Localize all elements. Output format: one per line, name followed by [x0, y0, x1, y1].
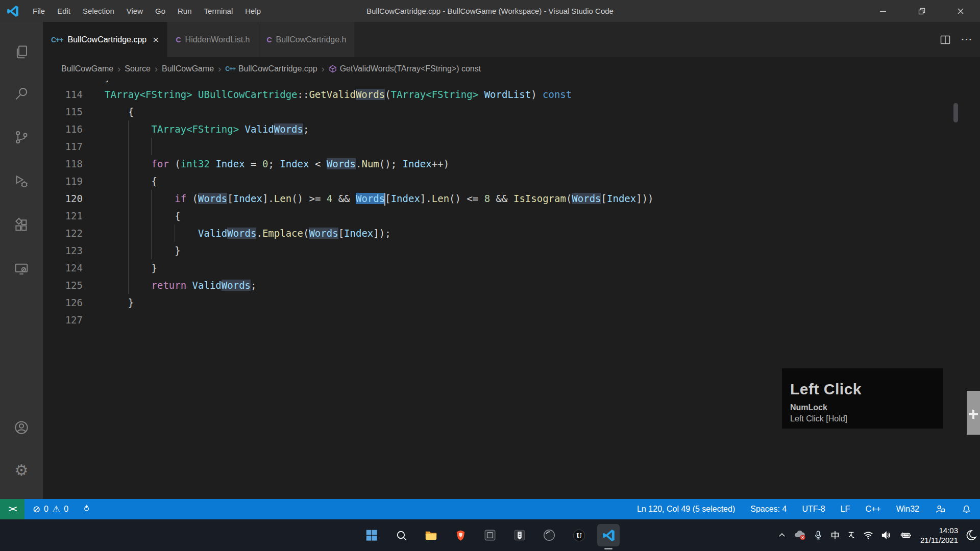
breadcrumb-label: Source: [125, 64, 151, 73]
word-occurrence-highlight: Words: [327, 158, 356, 169]
start-taskbar-icon[interactable]: [360, 524, 383, 546]
microphone-icon[interactable]: [813, 530, 823, 540]
flame-icon[interactable]: [82, 504, 92, 514]
code-text: }: [105, 242, 181, 259]
explorer-icon[interactable]: [0, 37, 43, 67]
account-icon[interactable]: [0, 413, 43, 442]
menu-help[interactable]: Help: [239, 0, 267, 22]
code-text: if (Words[Index].Len() >= 4 && Words[Ind…: [105, 190, 654, 207]
code-line-120[interactable]: 120 if (Words[Index].Len() >= 4 && Words…: [43, 190, 980, 207]
tab-bullcowcartridge.h[interactable]: CBullCowCartridge.h: [258, 22, 355, 57]
screenshot-app-taskbar-icon[interactable]: [479, 524, 501, 546]
code-line-126[interactable]: 126 }: [43, 294, 980, 311]
clock-date: 21/11/2021: [920, 535, 958, 545]
menu-selection[interactable]: Selection: [77, 0, 120, 22]
code-line-125[interactable]: 125 return ValidWords;: [43, 277, 980, 294]
ime-chinese-icon[interactable]: [830, 530, 840, 540]
settings-gear-icon[interactable]: ⚙: [0, 456, 43, 485]
code-text: for (int32 Index = 0; Index < Words.Num(…: [105, 155, 449, 172]
clock-time: 14:03: [920, 525, 958, 535]
taskbar-clock[interactable]: 14:0321/11/2021: [920, 525, 958, 545]
code-text: }: [105, 294, 134, 311]
line-number: 121: [43, 207, 83, 224]
code-line-114[interactable]: 114TArray<FString> UBullCowCartridge::Ge…: [43, 86, 980, 103]
menu-run[interactable]: Run: [172, 0, 198, 22]
indentation[interactable]: Spaces: 4: [750, 505, 787, 514]
code-text: }: [105, 259, 157, 277]
overlay-plus-handle[interactable]: [967, 391, 980, 435]
breadcrumb-item[interactable]: C++BullCowCartridge.cpp: [225, 64, 317, 73]
vscode-taskbar-icon[interactable]: [597, 524, 620, 546]
breadcrumb-label: BullCowCartridge.cpp: [238, 64, 317, 73]
unreal-engine-taskbar-icon[interactable]: U: [568, 524, 590, 546]
round-app-taskbar-icon[interactable]: [538, 524, 560, 546]
encoding[interactable]: UTF-8: [802, 505, 825, 514]
language-mode[interactable]: C++: [865, 505, 880, 514]
search-icon[interactable]: [0, 79, 43, 109]
moon-icon[interactable]: [965, 529, 977, 541]
keypress-line1: NumLock: [790, 403, 943, 412]
breadcrumb-item[interactable]: BullCowGame: [162, 64, 214, 73]
minimize-button[interactable]: [864, 0, 902, 22]
tab-bullcowcartridge.cpp[interactable]: C++BullCowCartridge.cpp×: [43, 22, 167, 57]
breadcrumb-separator: ›: [113, 64, 125, 74]
line-number: 127: [43, 311, 83, 329]
keypress-overlay: Left Click NumLock Left Click [Hold]: [782, 368, 943, 429]
tab-label: BullCowCartridge.h: [276, 35, 347, 44]
volume-icon[interactable]: [880, 530, 892, 541]
line-number: 116: [43, 120, 83, 138]
explorer-taskbar-icon[interactable]: [420, 524, 442, 546]
code-line-124[interactable]: 124 }: [43, 259, 980, 277]
code-line-127[interactable]: 127: [43, 311, 980, 329]
search-taskbar-icon[interactable]: [390, 524, 412, 546]
tab-label: HiddenWordList.h: [185, 35, 250, 44]
eol-sequence[interactable]: LF: [841, 505, 850, 514]
battery-charging-icon[interactable]: [898, 529, 912, 542]
code-editor[interactable]: 113}114TArray<FString> UBullCowCartridge…: [43, 81, 980, 499]
menu-view[interactable]: View: [120, 0, 149, 22]
menu-go[interactable]: Go: [149, 0, 172, 22]
tab-close-icon[interactable]: ×: [153, 34, 159, 45]
tab-hiddenwordlist.h[interactable]: CHiddenWordList.h: [167, 22, 258, 57]
cursor-position[interactable]: Ln 120, Col 49 (5 selected): [637, 505, 735, 514]
scrollbar-thumb[interactable]: [953, 103, 958, 122]
breadcrumb-item[interactable]: Source: [125, 64, 151, 73]
menu-file[interactable]: File: [27, 0, 51, 22]
feedback-icon[interactable]: [935, 504, 946, 515]
code-line-115[interactable]: 115 {: [43, 103, 980, 120]
breadcrumb-item[interactable]: GetValidWords(TArray<FString>) const: [329, 64, 481, 73]
remote-monitor-icon[interactable]: [0, 254, 43, 284]
wifi-icon[interactable]: [863, 530, 874, 541]
breadcrumb-item[interactable]: BullCowGame: [61, 64, 113, 73]
code-line-119[interactable]: 119 {: [43, 172, 980, 190]
code-line-123[interactable]: 123 }: [43, 242, 980, 259]
code-line-122[interactable]: 122 ValidWords.Emplace(Words[Index]);: [43, 224, 980, 242]
word-occurrence-highlight: Words: [309, 228, 338, 239]
epic-games-taskbar-icon[interactable]: [508, 524, 531, 546]
line-number: 126: [43, 294, 83, 311]
code-line-118[interactable]: 118 for (int32 Index = 0; Index < Words.…: [43, 155, 980, 172]
close-button[interactable]: [941, 0, 980, 22]
platform[interactable]: Win32: [896, 505, 919, 514]
code-line-113[interactable]: 113}: [43, 81, 980, 86]
menu-terminal[interactable]: Terminal: [198, 0, 239, 22]
chevron-up-icon[interactable]: [777, 531, 787, 540]
ime-bopomofo-icon[interactable]: [847, 531, 856, 540]
code-line-121[interactable]: 121 {: [43, 207, 980, 224]
run-debug-icon[interactable]: [0, 167, 43, 196]
problems-status[interactable]: ⊘ 0 ⚠ 0: [33, 505, 68, 514]
status-right: Ln 120, Col 49 (5 selected)Spaces: 4UTF-…: [637, 499, 972, 519]
more-actions-icon[interactable]: ···: [961, 34, 973, 45]
extensions-icon[interactable]: [0, 211, 43, 240]
menu-edit[interactable]: Edit: [51, 0, 77, 22]
split-editor-icon[interactable]: [940, 34, 951, 45]
remote-indicator[interactable]: ><: [0, 499, 24, 519]
source-control-icon[interactable]: [0, 122, 43, 152]
restore-button[interactable]: [902, 0, 941, 22]
bell-icon[interactable]: [961, 504, 972, 515]
code-line-116[interactable]: 116 TArray<FString> ValidWords;: [43, 120, 980, 138]
vscode-window: FileEditSelectionViewGoRunTerminalHelp B…: [0, 0, 980, 551]
code-line-117[interactable]: 117: [43, 138, 980, 155]
onedrive-error-icon[interactable]: [793, 529, 806, 542]
brave-taskbar-icon[interactable]: [449, 524, 472, 546]
